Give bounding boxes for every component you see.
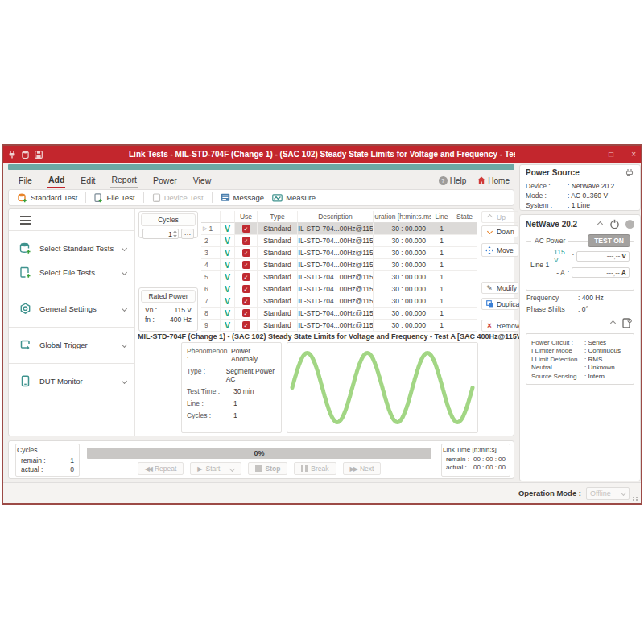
down-button[interactable]: Down [481, 225, 518, 237]
table-row[interactable]: 2 V ✓ Standard MIL-STD-704...00Hz@115V 3… [201, 235, 477, 247]
check-icon: ✓ [244, 299, 249, 304]
menu-view[interactable]: View [192, 174, 213, 188]
power-button-icon[interactable] [609, 219, 620, 229]
fn-label: fn : [145, 316, 155, 324]
chevron-down-icon [122, 342, 127, 348]
table-row[interactable]: ▷1 V ✓ Standard MIL-STD-704...00Hz@115V … [201, 223, 477, 235]
row-state [452, 247, 477, 259]
measure-icon [272, 194, 283, 202]
table-row[interactable]: 9 V ✓ Standard MIL-STD-704...00Hz@115V 3… [201, 320, 477, 332]
break-button[interactable]: Break [294, 462, 336, 475]
voltage-flag: V [225, 308, 230, 318]
ps-label: Device : [526, 182, 568, 190]
use-checkbox[interactable]: ✓ [242, 285, 250, 293]
header-description: Description [298, 211, 374, 223]
detail-label: Test Time : [187, 387, 233, 395]
app-window: Link Tests - MIL-STD-704F (Change 1) - (… [2, 144, 642, 505]
voltage-flag: V [225, 272, 230, 282]
file-test-button[interactable]: File Test [90, 192, 138, 204]
menu-edit[interactable]: Edit [80, 174, 96, 188]
toolbar-separator [143, 192, 144, 203]
plug-icon[interactable] [8, 151, 16, 159]
table-row[interactable]: 4 V ✓ Standard MIL-STD-704...00Hz@115V 3… [201, 259, 477, 271]
stop-button[interactable]: Stop [248, 462, 287, 475]
standard-test-button[interactable]: Standard Test [14, 192, 81, 204]
device-test-icon [152, 193, 161, 203]
setting-value: : Continuous [584, 347, 621, 354]
right-panel: Power Source Device : : NetWave 20.2 Mod… [519, 164, 641, 481]
voltage-flag: V [225, 224, 230, 233]
remove-button[interactable]: × Remove [481, 320, 518, 332]
duplicate-button[interactable]: Duplicate [481, 298, 518, 310]
device-settings-icon[interactable] [621, 318, 632, 328]
row-description: MIL-STD-704...00Hz@115V [298, 235, 374, 247]
use-checkbox[interactable]: ✓ [242, 273, 250, 281]
table-row[interactable]: 8 V ✓ Standard MIL-STD-704...00Hz@115V 3… [201, 308, 477, 320]
chevron-up-icon[interactable] [597, 221, 603, 227]
move-button[interactable]: Move [481, 243, 518, 257]
detail-row: Test Time : 30 min [182, 383, 281, 395]
plug-icon [625, 168, 634, 177]
use-checkbox[interactable]: ✓ [242, 309, 250, 317]
power-source-row: Mode : : AC 0..360 V [520, 190, 640, 200]
status-indicator-dot [625, 220, 634, 229]
sidebar-item-select-file-tests[interactable]: Select File Tests [9, 261, 134, 285]
chevron-down-icon[interactable] [229, 465, 235, 471]
row-duration: 30 : 00.000 [374, 308, 431, 320]
sidebar-item-general-settings[interactable]: General Settings [9, 297, 134, 321]
sidebar-item-dut-monitor[interactable]: DUT Monitor [9, 369, 134, 394]
row-expander-icon[interactable]: ▷ [203, 225, 207, 232]
row-description: MIL-STD-704...00Hz@115V [298, 295, 374, 308]
sidebar-item-global-trigger[interactable]: Global Trigger [9, 333, 134, 357]
next-button[interactable]: ▶▶Next [343, 462, 382, 475]
source-settings-group: Power Circuit : : Series I Limiter Mode … [526, 333, 634, 385]
chevron-up-icon[interactable] [610, 320, 616, 326]
message-button[interactable]: Message [217, 192, 269, 204]
close-button[interactable]: × [631, 150, 636, 159]
table-row[interactable]: 7 V ✓ Standard MIL-STD-704...00Hz@115V 3… [201, 295, 477, 308]
help-button[interactable]: ?Help [439, 176, 467, 185]
repeat-button[interactable]: ◀◀Repeat [138, 462, 184, 475]
window-title: Link Tests - MIL-STD-704F (Change 1) - (… [129, 150, 515, 159]
use-checkbox[interactable]: ✓ [242, 237, 250, 245]
remain-value: 1 [70, 456, 74, 464]
device-test-button[interactable]: Device Test [148, 192, 208, 204]
up-button[interactable]: Up [481, 211, 518, 223]
start-button[interactable]: ▶Start [190, 462, 242, 475]
row-duration: 30 : 00.000 [374, 283, 431, 295]
menu-add[interactable]: Add [47, 173, 65, 188]
detail-label: Type : [187, 367, 226, 383]
copy-icon [485, 300, 493, 308]
minimize-button[interactable]: – [587, 150, 592, 159]
sidebar-item-select-standard-tests[interactable]: Select Standard Tests [9, 237, 134, 261]
cycles-stepper[interactable]: 1 [142, 229, 179, 239]
check-icon: ✓ [244, 323, 249, 328]
vn-value: 115 V [174, 306, 192, 314]
menu-file[interactable]: File [18, 174, 33, 188]
use-checkbox[interactable]: ✓ [242, 321, 250, 329]
table-row[interactable]: 3 V ✓ Standard MIL-STD-704...00Hz@115V 3… [201, 247, 477, 259]
measure-button[interactable]: Measure [268, 192, 320, 204]
hamburger-menu-icon[interactable] [20, 216, 31, 225]
resize-grip[interactable] [633, 497, 638, 501]
use-checkbox[interactable]: ✓ [242, 225, 250, 233]
menu-power[interactable]: Power [152, 174, 178, 188]
chevron-down-icon [122, 306, 127, 312]
sidebar-item-label: Select File Tests [39, 268, 95, 277]
use-checkbox[interactable]: ✓ [242, 297, 250, 305]
menu-report[interactable]: Report [110, 173, 138, 188]
home-button[interactable]: Home [477, 176, 510, 185]
use-checkbox[interactable]: ✓ [242, 261, 250, 269]
save-icon[interactable] [35, 151, 43, 159]
database-icon[interactable] [22, 151, 29, 159]
fast-forward-icon: ▶▶ [350, 465, 357, 473]
table-row[interactable]: 5 V ✓ Standard MIL-STD-704...00Hz@115V 3… [201, 271, 477, 283]
use-checkbox[interactable]: ✓ [242, 249, 250, 257]
cycles-more-button[interactable]: … [181, 229, 194, 239]
maximize-button[interactable]: □ [609, 150, 613, 159]
operation-mode-select[interactable]: Offline [586, 487, 630, 500]
modify-button[interactable]: ✎ Modify [481, 282, 518, 294]
status-bar: Operation Mode : Offline [3, 482, 641, 503]
stepper-arrows-icon[interactable] [174, 231, 176, 237]
table-row[interactable]: 6 V ✓ Standard MIL-STD-704...00Hz@115V 3… [201, 283, 477, 295]
